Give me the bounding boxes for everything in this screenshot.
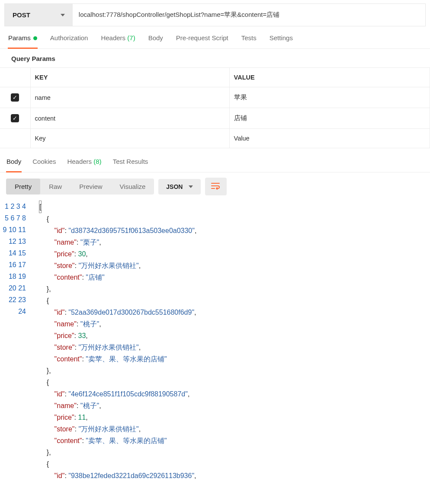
header-value: VALUE xyxy=(229,68,430,87)
table-row: ✓ name 苹果 xyxy=(0,87,430,108)
header-checkbox-col xyxy=(0,68,30,87)
request-tabs: Params Authorization Headers (7) Body Pr… xyxy=(0,26,430,49)
params-table: KEY VALUE ✓ name 苹果 ✓ content 店铺 Key Val… xyxy=(0,67,430,148)
view-bar: Pretty Raw Preview Visualize JSON xyxy=(0,172,430,201)
view-visualize[interactable]: Visualize xyxy=(111,179,154,195)
table-header-row: KEY VALUE xyxy=(0,68,430,87)
rtab-cookies[interactable]: Cookies xyxy=(32,158,56,172)
tab-settings[interactable]: Settings xyxy=(269,34,293,48)
checkbox[interactable]: ✓ xyxy=(11,114,19,122)
tab-params[interactable]: Params xyxy=(8,34,38,49)
rtab-headers[interactable]: Headers (8) xyxy=(67,158,102,172)
value-cell[interactable]: 苹果 xyxy=(229,87,430,108)
wrap-button[interactable] xyxy=(205,178,227,195)
table-row: ✓ content 店铺 xyxy=(0,108,430,129)
dot-icon xyxy=(33,36,37,40)
view-preview[interactable]: Preview xyxy=(71,179,111,195)
url-input[interactable]: localhost:7778/shopController/getShopLis… xyxy=(73,4,425,26)
format-dropdown[interactable]: JSON xyxy=(158,179,201,195)
method-dropdown[interactable]: POST xyxy=(5,4,73,26)
value-cell[interactable]: 店铺 xyxy=(229,108,430,129)
chevron-down-icon xyxy=(61,14,65,16)
chevron-down-icon xyxy=(189,185,193,188)
key-cell[interactable]: name xyxy=(30,87,229,108)
method-label: POST xyxy=(13,11,30,19)
view-mode-segment: Pretty Raw Preview Visualize xyxy=(6,179,154,195)
value-placeholder[interactable]: Value xyxy=(229,129,430,148)
checkbox[interactable]: ✓ xyxy=(11,93,19,102)
tab-headers[interactable]: Headers (7) xyxy=(100,34,135,48)
table-row-empty: Key Value xyxy=(0,129,430,148)
gutter: 1 2 3 4 5 6 7 8 9 10 11 12 13 14 15 16 1… xyxy=(0,201,39,482)
source: [ { "id": "d387342d3695751f0613a503ee0a0… xyxy=(39,201,430,482)
response-tabs: Body Cookies Headers (8) Test Results xyxy=(0,148,430,172)
tab-prerequest[interactable]: Pre-request Script xyxy=(176,34,229,48)
request-bar: POST localhost:7778/shopController/getSh… xyxy=(4,3,426,26)
tab-authorization[interactable]: Authorization xyxy=(50,34,89,48)
header-key: KEY xyxy=(30,68,229,87)
query-params-label: Query Params xyxy=(0,49,430,67)
tab-tests[interactable]: Tests xyxy=(241,34,257,48)
tab-body[interactable]: Body xyxy=(148,34,164,48)
view-raw[interactable]: Raw xyxy=(40,179,71,195)
view-pretty[interactable]: Pretty xyxy=(6,179,40,195)
response-code[interactable]: 1 2 3 4 5 6 7 8 9 10 11 12 13 14 15 16 1… xyxy=(0,201,430,482)
key-placeholder[interactable]: Key xyxy=(30,129,229,148)
key-cell[interactable]: content xyxy=(30,108,229,129)
rtab-testresults[interactable]: Test Results xyxy=(112,158,149,172)
wrap-icon xyxy=(211,182,221,190)
rtab-body[interactable]: Body xyxy=(6,158,22,172)
format-label: JSON xyxy=(166,183,183,190)
